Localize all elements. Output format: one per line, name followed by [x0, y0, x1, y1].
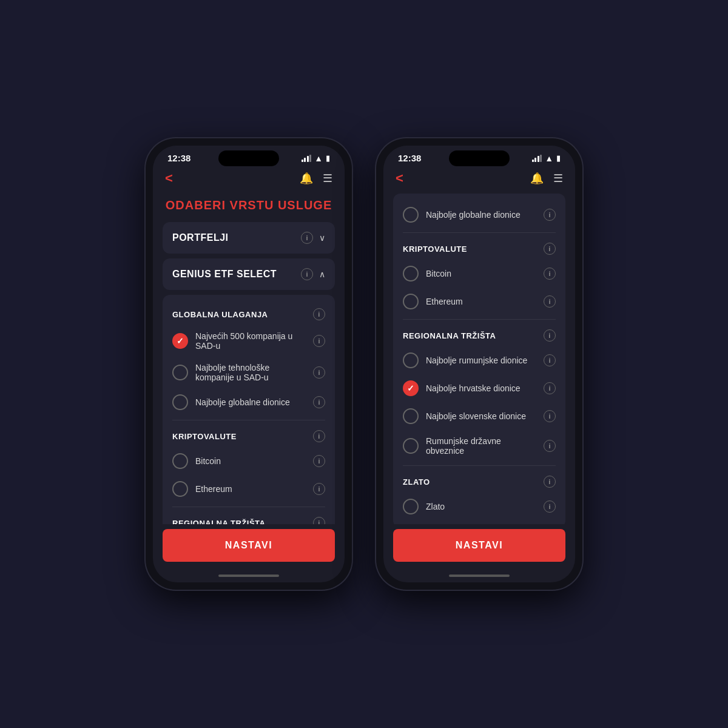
radio-slovenske-right[interactable] — [403, 408, 419, 424]
regionalna-info-icon-left[interactable]: i — [313, 517, 325, 524]
option-text-slovenske-right: Najbolje slovenske dionice — [426, 411, 536, 421]
radio-ethereum-left[interactable] — [172, 481, 188, 497]
genius-etf-header[interactable]: GENIUS ETF SELECT i ∧ — [163, 258, 335, 290]
option-text-globalne-right: Najbolje globalne dionice — [426, 210, 536, 220]
option-text-drzavne-right: Rumunjske državne obveznice — [426, 436, 536, 456]
battery-icon-right: ▮ — [556, 153, 561, 163]
info-bitcoin-left[interactable]: i — [313, 455, 325, 467]
option-text-bitcoin-left: Bitcoin — [195, 456, 306, 466]
option-text-opt1: Najvećih 500 kompanija u SAD-u — [195, 331, 306, 351]
radio-bitcoin-left[interactable] — [172, 453, 188, 469]
globalna-info-icon[interactable]: i — [313, 308, 325, 320]
info-opt3[interactable]: i — [313, 396, 325, 408]
top-nav-right: < 🔔 ☰ — [383, 166, 575, 194]
divider — [403, 232, 556, 233]
radio-opt3[interactable] — [172, 394, 188, 410]
home-indicator-left — [153, 569, 345, 582]
kriptovalute-title-left: KRIPTOVALUTE — [172, 432, 237, 441]
kriptovalute-info-icon-left[interactable]: i — [313, 430, 325, 442]
option-row[interactable]: ✓ Najbolje hrvatske dionice i — [393, 374, 565, 402]
regionalna-title-left: REGIONALNA TRŽIŠTA — [172, 519, 265, 525]
option-row[interactable]: Ethereum i — [163, 475, 335, 503]
radio-opt1[interactable]: ✓ — [172, 333, 188, 349]
info-bitcoin-right[interactable]: i — [544, 268, 556, 280]
info-drzavne-right[interactable]: i — [544, 440, 556, 452]
option-text-zlato-right: Zlato — [426, 502, 536, 511]
zlato-label-right: ZLATO i — [393, 470, 565, 493]
nav-right-left: 🔔 ☰ — [300, 172, 332, 185]
info-hrvatske-right[interactable]: i — [544, 382, 556, 394]
home-bar-right — [449, 575, 510, 577]
check-hrvatske-right: ✓ — [407, 383, 414, 393]
radio-zlato-right[interactable] — [403, 499, 419, 514]
option-row[interactable]: ✓ Najvećih 500 kompanija u SAD-u i — [163, 325, 335, 357]
kriptovalute-title-right: KRIPTOVALUTE — [403, 244, 467, 254]
option-row[interactable]: Najbolje tehnološke kompanije u SAD-u i — [163, 357, 335, 388]
globalna-title: GLOBALNA ULAGANJA — [172, 310, 268, 319]
option-row[interactable]: Bitcoin i — [393, 260, 565, 288]
home-indicator-right — [383, 569, 575, 582]
globalna-label: GLOBALNA ULAGANJA i — [163, 302, 335, 325]
nav-right-right: 🔔 ☰ — [530, 172, 563, 185]
radio-bitcoin-right[interactable] — [403, 266, 419, 281]
radio-ethereum-right[interactable] — [403, 294, 419, 309]
back-button-right[interactable]: < — [396, 170, 403, 186]
option-row[interactable]: Najbolje slovenske dionice i — [393, 402, 565, 430]
zlato-info-right[interactable]: i — [544, 476, 556, 488]
option-row[interactable]: Zlato i — [393, 493, 565, 521]
option-row[interactable]: Rumunjske državne obveznice i — [393, 430, 565, 462]
option-row[interactable]: Najbolje globalne dionice i — [163, 388, 335, 416]
info-ethereum-left[interactable]: i — [313, 483, 325, 495]
option-text-ethereum-right: Ethereum — [426, 297, 536, 306]
nastavi-button-right[interactable]: NASTAVI — [393, 529, 565, 562]
kriptovalute-info-right[interactable]: i — [544, 243, 556, 255]
option-text-opt3: Najbolje globalne dionice — [195, 397, 306, 407]
wifi-icon-left: ▲ — [314, 153, 323, 163]
option-row[interactable]: Ethereum i — [393, 288, 565, 315]
nastavi-button-left[interactable]: NASTAVI — [163, 529, 335, 562]
back-button-left[interactable]: < — [165, 170, 173, 186]
wifi-icon-right: ▲ — [545, 153, 553, 163]
info-zlato-right[interactable]: i — [544, 500, 556, 513]
info-globalne-right[interactable]: i — [544, 209, 556, 221]
screen-left: 12:38 ▲ ▮ < 🔔 ☰ ODABERI VRSTU USLUGE POR… — [153, 146, 345, 582]
option-text-hrvatske-right: Najbolje hrvatske dionice — [426, 383, 536, 393]
bell-icon-left[interactable]: 🔔 — [300, 172, 313, 185]
page-title-left: ODABERI VRSTU USLUGE — [163, 198, 335, 212]
genius-etf-expanded: GLOBALNA ULAGANJA i ✓ Najvećih 500 kompa… — [163, 295, 335, 524]
genius-etf-right: i ∧ — [301, 268, 325, 280]
expanded-section-right-top: Najbolje globalne dionice i KRIPTOVALUTE… — [393, 194, 565, 524]
option-row[interactable]: Bitcoin i — [163, 447, 335, 475]
option-text-opt2: Najbolje tehnološke kompanije u SAD-u — [195, 363, 306, 382]
option-row[interactable]: Najbolje rumunjske dionice i — [393, 346, 565, 374]
info-opt2[interactable]: i — [313, 366, 325, 379]
portfelji-title: PORTFELJI — [172, 232, 229, 243]
info-ethereum-right[interactable]: i — [544, 295, 556, 308]
signal-icon-left — [302, 155, 312, 162]
signal-icon-right — [532, 155, 542, 162]
portfelji-info-icon[interactable]: i — [301, 232, 313, 244]
info-rumunjske-right[interactable]: i — [544, 354, 556, 366]
divider — [172, 420, 325, 420]
radio-rumunjske-right[interactable] — [403, 352, 419, 368]
radio-globalne-right[interactable] — [403, 207, 419, 223]
status-icons-right: ▲ ▮ — [532, 153, 561, 163]
time-right: 12:38 — [398, 153, 421, 163]
menu-icon-left[interactable]: ☰ — [323, 172, 332, 185]
info-opt1[interactable]: i — [313, 335, 325, 347]
bell-icon-right[interactable]: 🔔 — [530, 172, 544, 185]
menu-icon-right[interactable]: ☰ — [553, 172, 563, 185]
regionalna-info-right[interactable]: i — [544, 329, 556, 342]
kriptovalute-label-left: KRIPTOVALUTE i — [163, 424, 335, 447]
genius-etf-title: GENIUS ETF SELECT — [172, 269, 277, 280]
radio-hrvatske-right[interactable]: ✓ — [403, 380, 419, 396]
option-row[interactable]: Najbolje globalne dionice i — [393, 201, 565, 229]
radio-opt2[interactable] — [172, 365, 188, 380]
radio-drzavne-right[interactable] — [403, 438, 419, 454]
check-opt1: ✓ — [177, 336, 184, 346]
info-slovenske-right[interactable]: i — [544, 410, 556, 422]
option-text-ethereum-left: Ethereum — [195, 484, 306, 494]
genius-etf-info-icon[interactable]: i — [301, 268, 313, 280]
screen-right: 12:38 ▲ ▮ < 🔔 ☰ Najbolje — [383, 146, 575, 582]
portfelji-header[interactable]: PORTFELJI i ∨ — [163, 222, 335, 254]
